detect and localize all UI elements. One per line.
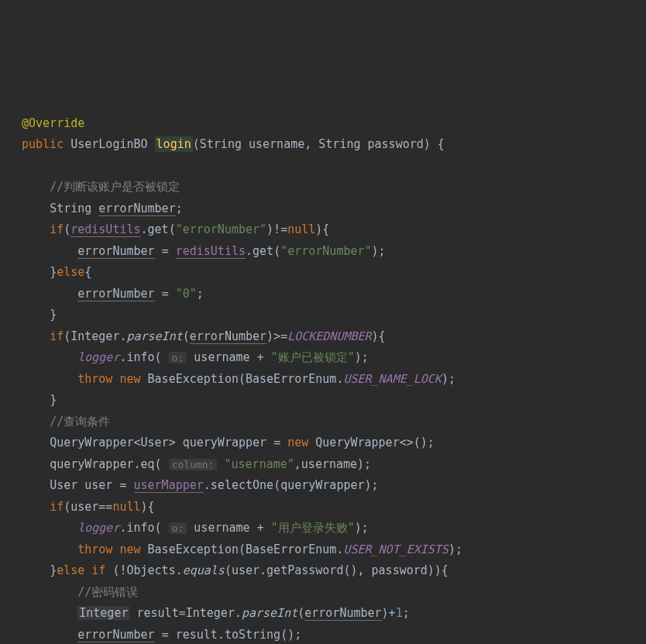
comment-query: //查询条件	[50, 415, 110, 429]
comment-lock: //判断该账户是否被锁定	[50, 180, 180, 194]
method-login: login	[155, 136, 193, 152]
comment-pwd: //密码错误	[77, 585, 138, 599]
return-type: UserLoginBO	[70, 137, 147, 151]
param-hint-o2: o:	[169, 522, 187, 534]
code-content: @Override public UserLoginBO login(Strin…	[0, 107, 646, 645]
param-hint-column: column:	[169, 459, 218, 470]
param-hint-o: o:	[169, 352, 187, 363]
kw-public: public	[22, 137, 64, 151]
annotation-override: @Override	[22, 116, 84, 130]
code-editor[interactable]: @Override public UserLoginBO login(Strin…	[0, 85, 646, 644]
